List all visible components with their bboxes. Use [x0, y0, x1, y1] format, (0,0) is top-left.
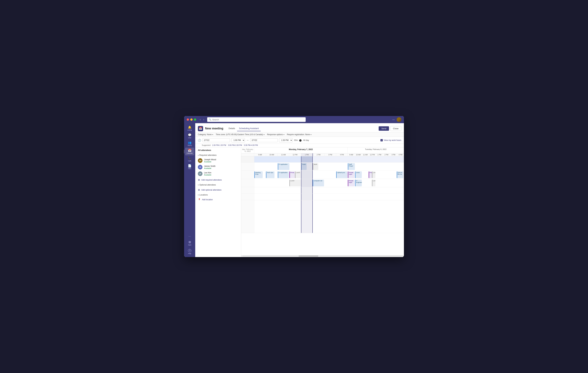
sidebar-label-calls: Calls	[188, 160, 191, 162]
sidebar-label-files: Files	[188, 168, 191, 169]
sidebar-label-activity: Activity	[187, 129, 192, 131]
slot-12pm: 12 PM	[289, 153, 301, 156]
nextday-leo: Private Appo IT Engineering Lunch	[348, 179, 404, 187]
attendee-joseph: JW Joseph Wood Available	[195, 157, 241, 164]
required-label: Required attendees	[199, 154, 217, 156]
suggested-time-1[interactable]: 1:00 PM-1:30 PM	[212, 144, 226, 146]
sidebar-label-apps: Apps	[188, 244, 191, 246]
suggested-label: Suggested:	[202, 144, 211, 146]
add-required-attendees[interactable]: ⊕ Add required attendees	[195, 177, 241, 183]
sidebar-item-activity[interactable]: 🔔 Activity	[185, 124, 194, 132]
time-header-spacer	[241, 153, 254, 156]
chat-icon: 💬	[188, 134, 191, 136]
nextday-time-slots: 9 AM 10 AM 11 AM 12 PM 1 PM 2 PM 3 PM 4 …	[348, 153, 404, 156]
end-time-select[interactable]: 1:30 PM 2:00 PM 2:30 PM	[279, 138, 293, 142]
sidebar-item-apps[interactable]: ⊞ Apps	[185, 239, 194, 247]
view-work-hours[interactable]: ✓ View my work hours	[380, 139, 401, 141]
suggested-time-3[interactable]: 3:30 PM-4:00 PM	[244, 144, 258, 146]
slot-4pm: 4 PM	[336, 153, 348, 156]
attendee-james: JS James Smith Available	[195, 164, 241, 170]
event-james-lunchtue: Lunch	[372, 171, 375, 178]
duration-label: 30m	[294, 139, 298, 141]
location-icon: 📍	[198, 198, 201, 201]
joseph-avatar: JW	[198, 158, 202, 163]
sidebar-item-help[interactable]: ? Help	[185, 248, 194, 256]
apps-icon: ⊞	[189, 241, 191, 244]
event-leo-computerset: computer set	[313, 180, 324, 186]
scrollbar-thumb[interactable]	[299, 256, 318, 257]
response-option[interactable]: Response options ▾	[267, 133, 284, 136]
duration-dot: ⬤	[299, 139, 302, 142]
locations-section-header[interactable]: ▾ Locations	[195, 193, 241, 197]
add-required-row	[241, 187, 404, 194]
user-avatar[interactable]	[397, 117, 401, 122]
sidebar-item-calendar[interactable]: 📅 Calendar	[185, 148, 194, 155]
category-chevron: ▾	[212, 134, 213, 135]
suggested-time-2[interactable]: 3:00 PM-3:30 PM	[228, 144, 242, 146]
add-location[interactable]: 📍 Add location	[195, 197, 241, 202]
event-joseph-it: IT Application	[278, 163, 289, 170]
calendar-icon: 📅	[188, 149, 191, 152]
selected-slot-addreq	[301, 187, 313, 194]
forward-button[interactable]: ›	[202, 118, 205, 121]
sidebar: 🔔 Activity 💬 Chat 👥 Teams 📅 Calendar 📞 C…	[184, 123, 195, 257]
help-icon: ?	[188, 249, 191, 252]
registration-chevron: ▾	[311, 134, 311, 135]
close-button[interactable]: Close	[390, 126, 401, 131]
add-optional-label: Add optional attendees	[201, 189, 221, 191]
timezone-option[interactable]: Time zone: (UTC-05:00) Eastern Time (US …	[216, 133, 264, 136]
slot-9am: 9 AM	[254, 153, 266, 156]
add-optional-attendees[interactable]: ⊕ Add optional attendees	[195, 187, 241, 193]
grid-rows: IT Application Traini Work Staff Pray	[241, 156, 404, 255]
end-date-input[interactable]	[250, 138, 278, 142]
search-bar[interactable]: 🔍	[207, 117, 306, 122]
registration-option[interactable]: Require registration: None ▾	[287, 133, 311, 136]
minimize-window-button[interactable]	[190, 118, 193, 121]
james-row: Meeting Prep Tech Ops IT Application Pri…	[241, 171, 404, 179]
category-option[interactable]: Category: None ▾	[198, 133, 213, 136]
today-joseph: IT Application Traini Work	[254, 163, 348, 171]
more-options-icon[interactable]: ···	[392, 118, 395, 121]
optional-section-header[interactable]: ▾ Optional attendees	[195, 183, 241, 187]
maximize-window-button[interactable]	[194, 118, 196, 121]
view-hours-checkbox[interactable]: ✓	[380, 139, 383, 141]
sidebar-bottom: ··· ⊞ Apps ? Help	[185, 234, 194, 256]
sidebar-item-files[interactable]: 📄 Files	[185, 163, 194, 171]
slot-10am-tue: 10 AM	[355, 153, 362, 156]
required-section-header[interactable]: ▾ Required attendees	[195, 153, 241, 157]
category-label: Category: None	[198, 133, 212, 136]
james-status: Available	[204, 167, 215, 169]
sidebar-item-calls[interactable]: 📞 Calls	[185, 155, 194, 163]
add-optional-icon: ⊕	[198, 188, 200, 191]
back-button[interactable]: ‹	[199, 118, 202, 121]
close-window-button[interactable]	[187, 118, 189, 121]
sidebar-item-teams[interactable]: 👥 Teams	[185, 140, 194, 148]
tab-scheduling[interactable]: Scheduling Assistant	[237, 126, 261, 131]
joseph-row: IT Application Traini Work Staff Pray	[241, 163, 404, 171]
registration-label: Require registration: None	[287, 133, 310, 136]
joseph-name: Joseph Wood	[204, 158, 216, 161]
app-window: ‹ › 🔍 ··· 🔔 Activity 💬 Chat 👥 Teams	[184, 116, 404, 257]
timezone-chevron: ▾	[264, 134, 264, 135]
sidebar-item-more[interactable]: ···	[185, 234, 194, 239]
selected-slot-all	[301, 156, 313, 162]
slot-12pm-tue: 12 PM	[369, 153, 376, 156]
all-attendees-row	[241, 156, 404, 163]
more-icon: ···	[189, 235, 191, 237]
event-james-privattue: Privat	[369, 171, 372, 178]
start-date-input[interactable]	[202, 138, 230, 142]
today-all	[254, 156, 348, 162]
search-input[interactable]	[212, 118, 304, 121]
search-icon: 🔍	[209, 118, 211, 121]
prev-day-james	[241, 171, 254, 179]
traffic-lights	[187, 118, 196, 121]
horizontal-scrollbar[interactable]	[241, 255, 404, 257]
day-headers: day, February 6, 2022 Monday, February 7…	[241, 147, 404, 153]
locations-caret: ▾	[198, 194, 199, 196]
send-button[interactable]: Send	[379, 126, 389, 131]
sidebar-item-chat[interactable]: 💬 Chat	[185, 132, 194, 140]
options-bar: Category: None ▾ Time zone: (UTC-05:00) …	[195, 132, 404, 137]
tab-details[interactable]: Details	[227, 126, 237, 131]
start-time-select[interactable]: 1:00 PM 1:30 PM 2:00 PM	[231, 138, 245, 142]
add-location-label: Add location	[202, 198, 213, 201]
